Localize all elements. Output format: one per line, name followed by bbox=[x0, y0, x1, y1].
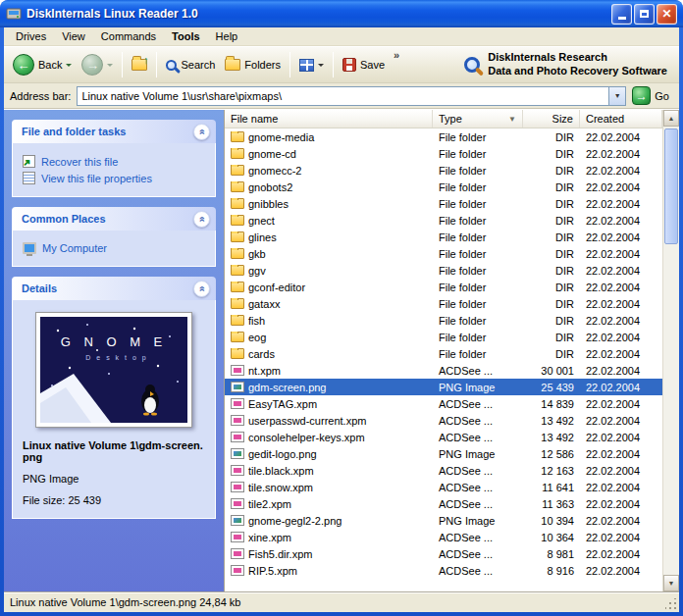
file-created: 22.02.2004 bbox=[580, 548, 662, 560]
titlebar[interactable]: DiskInternals Linux Reader 1.0 ✕ bbox=[0, 0, 683, 27]
forward-button[interactable]: → bbox=[77, 52, 118, 77]
table-row[interactable]: gnomecc-2 File folder DIR 22.02.2004 bbox=[225, 162, 662, 179]
table-row[interactable]: tile2.xpm ACDSee ... 11 363 22.02.2004 bbox=[225, 495, 662, 512]
close-button[interactable]: ✕ bbox=[657, 4, 677, 25]
scrollbar-track[interactable] bbox=[663, 127, 679, 575]
menu-item-commands[interactable]: Commands bbox=[93, 28, 164, 44]
table-row[interactable]: consolehelper-keys.xpm ACDSee ... 13 492… bbox=[225, 429, 662, 445]
go-button[interactable]: → Go bbox=[632, 86, 673, 105]
table-row[interactable]: ggv File folder DIR 22.02.2004 bbox=[225, 262, 662, 279]
resize-grip[interactable] bbox=[665, 598, 678, 611]
table-row[interactable]: tile.snow.xpm ACDSee ... 11 641 22.02.20… bbox=[225, 479, 662, 495]
file-created: 22.02.2004 bbox=[580, 448, 662, 460]
views-button[interactable] bbox=[294, 57, 329, 74]
minimize-button[interactable] bbox=[611, 4, 632, 25]
file-type: File folder bbox=[433, 231, 523, 243]
place-label[interactable]: My Computer bbox=[42, 242, 107, 254]
scroll-up-button[interactable]: ▲ bbox=[663, 110, 679, 127]
scrollbar-thumb[interactable] bbox=[664, 128, 678, 244]
table-row[interactable]: xine.xpm ACDSee ... 10 364 22.02.2004 bbox=[225, 529, 662, 545]
list-header: File name Type ▼ Size Created bbox=[225, 110, 662, 128]
table-row[interactable]: gnect File folder DIR 22.02.2004 bbox=[225, 212, 662, 229]
places-pane-header[interactable]: Common Places » bbox=[12, 207, 216, 231]
menu-item-tools[interactable]: Tools bbox=[164, 28, 208, 44]
table-row[interactable]: gataxx File folder DIR 22.02.2004 bbox=[225, 295, 662, 312]
address-input[interactable] bbox=[78, 87, 608, 105]
recover-icon bbox=[23, 155, 35, 168]
table-row[interactable]: fish File folder DIR 22.02.2004 bbox=[225, 312, 662, 329]
table-row[interactable]: gnome-gegl2-2.png PNG Image 10 394 22.02… bbox=[225, 512, 662, 529]
table-row[interactable]: gnibbles File folder DIR 22.02.2004 bbox=[225, 195, 662, 212]
table-row[interactable]: nt.xpm ACDSee ... 30 001 22.02.2004 bbox=[225, 362, 662, 379]
table-row[interactable]: Fish5.dir.xpm ACDSee ... 8 981 22.02.200… bbox=[225, 545, 662, 562]
file-type: File folder bbox=[433, 148, 523, 160]
places-pane-title: Common Places bbox=[22, 213, 106, 225]
save-button[interactable]: Save bbox=[338, 56, 390, 74]
details-pane-body: G N O M E D e s k t o p bbox=[12, 300, 216, 519]
menu-item-help[interactable]: Help bbox=[208, 28, 246, 44]
table-row[interactable]: gnobots2 File folder DIR 22.02.2004 bbox=[225, 179, 662, 195]
up-one-level-button[interactable]: ↑ bbox=[127, 57, 152, 73]
search-button[interactable]: Search bbox=[161, 57, 220, 73]
file-icon bbox=[231, 231, 244, 242]
file-size: DIR bbox=[523, 348, 580, 360]
column-header-file-name[interactable]: File name bbox=[225, 110, 433, 128]
file-created: 22.02.2004 bbox=[580, 231, 662, 243]
column-header-size[interactable]: Size bbox=[523, 110, 580, 128]
sort-indicator-icon: ▼ bbox=[508, 115, 516, 124]
details-pane-header[interactable]: Details » bbox=[12, 277, 216, 300]
file-name: fish bbox=[248, 315, 265, 327]
file-type: File folder bbox=[433, 165, 523, 177]
file-type: File folder bbox=[433, 282, 523, 293]
menu-item-drives[interactable]: Drives bbox=[8, 28, 54, 44]
file-created: 22.02.2004 bbox=[580, 265, 662, 277]
details-pane-title: Details bbox=[22, 282, 57, 294]
places-pane: Common Places » My Computer bbox=[12, 207, 216, 267]
table-row[interactable]: RIP.5.xpm ACDSee ... 8 916 22.02.2004 bbox=[225, 562, 662, 579]
brand-title: DiskInternals Research bbox=[488, 51, 667, 65]
tasks-pane-header[interactable]: File and folder tasks » bbox=[12, 120, 216, 143]
column-header-type[interactable]: Type ▼ bbox=[433, 110, 523, 128]
table-row[interactable]: gkb File folder DIR 22.02.2004 bbox=[225, 245, 662, 262]
table-row[interactable]: gdm-screen.png PNG Image 25 439 22.02.20… bbox=[225, 379, 662, 395]
table-row[interactable]: gedit-logo.png PNG Image 12 586 22.02.20… bbox=[225, 445, 662, 462]
places-pane-body: My Computer bbox=[12, 231, 216, 267]
address-dropdown-button[interactable]: ▼ bbox=[608, 87, 625, 105]
file-size: 13 492 bbox=[523, 432, 580, 443]
toolbar-overflow-button[interactable]: » bbox=[390, 49, 403, 61]
vertical-scrollbar[interactable]: ▲ ▼ bbox=[662, 110, 679, 591]
task-label[interactable]: View this file properties bbox=[41, 173, 152, 184]
table-row[interactable]: gconf-editor File folder DIR 22.02.2004 bbox=[225, 279, 662, 295]
app-icon bbox=[6, 6, 22, 22]
folder-up-icon: ↑ bbox=[131, 59, 147, 71]
column-header-created[interactable]: Created bbox=[580, 110, 662, 128]
table-row[interactable]: gnome-cd File folder DIR 22.02.2004 bbox=[225, 145, 662, 162]
folders-icon bbox=[225, 59, 240, 71]
file-size: 8 981 bbox=[523, 548, 580, 560]
file-created: 22.02.2004 bbox=[580, 482, 662, 493]
task-recover-file[interactable]: Recover this file bbox=[23, 155, 205, 168]
file-name: EasyTAG.xpm bbox=[248, 398, 317, 410]
collapse-button[interactable]: » bbox=[193, 124, 210, 140]
file-size: DIR bbox=[523, 198, 580, 210]
table-row[interactable]: userpasswd-current.xpm ACDSee ... 13 492… bbox=[225, 412, 662, 429]
folders-button[interactable]: Folders bbox=[220, 57, 286, 73]
table-row[interactable]: eog File folder DIR 22.02.2004 bbox=[225, 329, 662, 345]
table-row[interactable]: gnome-media File folder DIR 22.02.2004 bbox=[225, 128, 662, 145]
back-button[interactable]: ← Back bbox=[8, 52, 77, 77]
scroll-down-button[interactable]: ▼ bbox=[663, 575, 679, 591]
task-label[interactable]: Recover this file bbox=[41, 156, 118, 168]
menu-item-view[interactable]: View bbox=[54, 28, 93, 44]
table-row[interactable]: tile.black.xpm ACDSee ... 12 163 22.02.2… bbox=[225, 462, 662, 479]
place-my-computer[interactable]: My Computer bbox=[23, 242, 205, 254]
table-row[interactable]: cards File folder DIR 22.02.2004 bbox=[225, 345, 662, 362]
task-view-properties[interactable]: View this file properties bbox=[23, 172, 205, 184]
table-row[interactable]: glines File folder DIR 22.02.2004 bbox=[225, 229, 662, 245]
file-name: gnect bbox=[248, 215, 275, 227]
app-window: DiskInternals Linux Reader 1.0 ✕ Drives … bbox=[0, 0, 683, 616]
collapse-button[interactable]: » bbox=[193, 281, 210, 297]
window-title: DiskInternals Linux Reader 1.0 bbox=[26, 7, 611, 21]
collapse-button[interactable]: » bbox=[193, 211, 210, 228]
maximize-button[interactable] bbox=[634, 4, 655, 25]
table-row[interactable]: EasyTAG.xpm ACDSee ... 14 839 22.02.2004 bbox=[225, 395, 662, 412]
